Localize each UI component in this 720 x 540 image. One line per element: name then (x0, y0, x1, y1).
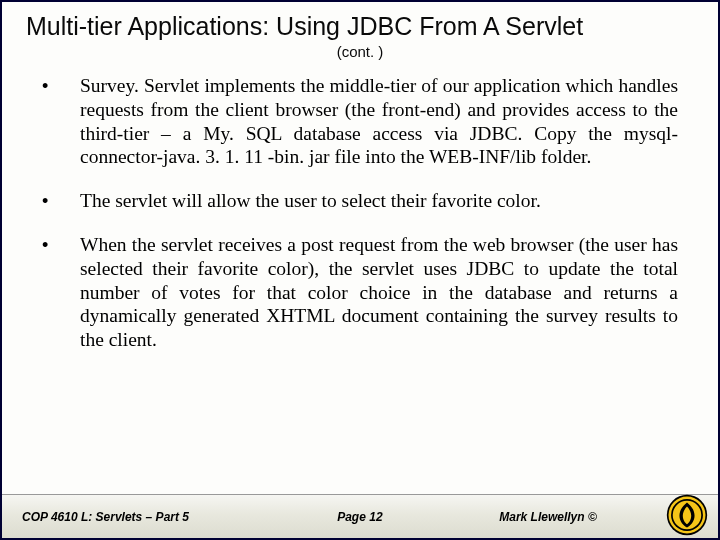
bullet-item: • When the servlet receives a post reque… (42, 233, 678, 352)
footer: COP 4610 L: Servlets – Part 5 Page 12 Ma… (2, 494, 718, 538)
bullet-item: • The servlet will allow the user to sel… (42, 189, 678, 213)
content-area: • Survey. Servlet implements the middle-… (2, 60, 718, 494)
footer-course: COP 4610 L: Servlets – Part 5 (22, 510, 261, 524)
ucf-pegasus-logo-icon (666, 494, 708, 536)
footer-author: Mark Llewellyn © (459, 510, 698, 524)
bullet-text: The servlet will allow the user to selec… (62, 189, 678, 213)
bullet-text: When the servlet receives a post request… (62, 233, 678, 352)
footer-page: Page 12 (261, 510, 460, 524)
slide-title: Multi-tier Applications: Using JDBC From… (26, 12, 694, 41)
bullet-marker-icon: • (42, 189, 62, 213)
slide: Multi-tier Applications: Using JDBC From… (0, 0, 720, 540)
bullet-item: • Survey. Servlet implements the middle-… (42, 74, 678, 169)
bullet-marker-icon: • (42, 233, 62, 257)
bullet-text: Survey. Servlet implements the middle-ti… (62, 74, 678, 169)
bullet-marker-icon: • (42, 74, 62, 98)
slide-subtitle: (cont. ) (26, 43, 694, 60)
title-block: Multi-tier Applications: Using JDBC From… (2, 2, 718, 60)
